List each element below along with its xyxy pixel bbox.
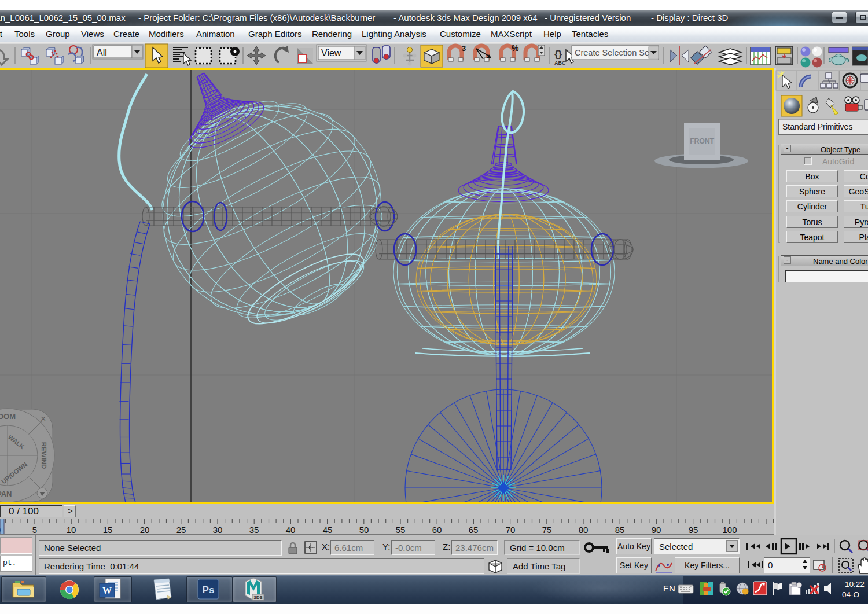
svg-text:Create Selection Set: Create Selection Set [575,48,652,57]
svg-text:15: 15 [103,525,113,535]
svg-text:95: 95 [689,525,698,535]
svg-text:55: 55 [396,525,406,535]
svg-text:80: 80 [579,525,589,535]
svg-text:0: 0 [0,525,1,535]
svg-text:Ps: Ps [203,584,215,595]
svg-text:REWIND: REWIND [41,442,47,469]
svg-text:50: 50 [359,525,369,535]
svg-text:×: × [41,414,46,424]
svg-text:ABC: ABC [554,60,566,66]
svg-text:EN: EN [663,583,675,593]
svg-text:All: All [97,47,107,57]
svg-text:100: 100 [722,525,737,535]
svg-text:W: W [102,586,112,595]
svg-text:PAN: PAN [0,490,12,498]
svg-text:10:22: 10:22 [845,580,865,589]
svg-text:35: 35 [249,525,259,535]
svg-text:View: View [321,48,341,58]
svg-text:5: 5 [32,525,37,535]
svg-text:%: % [512,43,519,53]
svg-text:65: 65 [469,525,479,535]
svg-text:90: 90 [652,525,661,535]
svg-text:3DS: 3DS [253,595,263,600]
svg-text:45: 45 [323,525,333,535]
svg-text:25: 25 [176,525,186,535]
svg-text:FRONT: FRONT [690,137,714,145]
svg-text:3: 3 [462,44,466,53]
svg-text:75: 75 [542,525,552,535]
svg-text:60: 60 [432,525,442,535]
svg-text:70: 70 [506,525,516,535]
svg-text:OOM: OOM [0,412,16,421]
svg-text:04-O: 04-O [842,590,859,599]
svg-text:85: 85 [615,525,625,535]
svg-text:20: 20 [140,525,150,535]
svg-text:30: 30 [213,525,223,535]
svg-text:10: 10 [67,525,76,535]
svg-text:40: 40 [286,525,296,535]
svg-text:{}: {} [554,49,562,60]
